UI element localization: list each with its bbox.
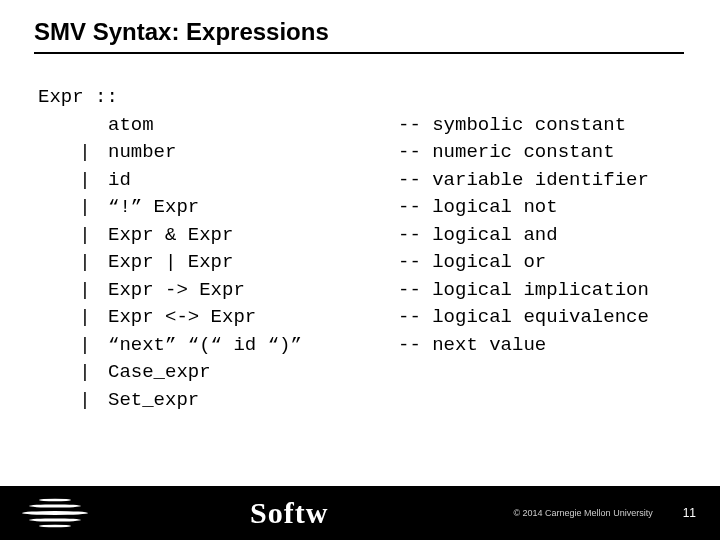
grammar-syntax: id bbox=[108, 167, 398, 195]
grammar-comment: -- logical implication bbox=[398, 277, 649, 305]
grammar-comment: -- logical or bbox=[398, 249, 546, 277]
grammar-comment: -- logical and bbox=[398, 222, 558, 250]
grammar-header: Expr :: bbox=[38, 84, 720, 112]
grammar-syntax: “next” “(“ id “)” bbox=[108, 332, 398, 360]
grammar-bar: | bbox=[38, 139, 108, 167]
grammar-bar: | bbox=[38, 332, 108, 360]
grammar-row: | Expr -> Expr-- logical implication bbox=[38, 277, 720, 305]
grammar-syntax: number bbox=[108, 139, 398, 167]
footer-bar: Softw © 2014 Carnegie Mellon University … bbox=[0, 486, 720, 540]
grammar-bar: | bbox=[38, 194, 108, 222]
grammar-comment: -- symbolic constant bbox=[398, 112, 626, 140]
grammar-syntax: Expr | Expr bbox=[108, 249, 398, 277]
grammar-bar: | bbox=[38, 387, 108, 415]
grammar-syntax: Expr -> Expr bbox=[108, 277, 398, 305]
grammar-bar: | bbox=[38, 249, 108, 277]
grammar-bar: | bbox=[38, 277, 108, 305]
slide: SMV Syntax: Expressions Expr :: atom-- s… bbox=[0, 0, 720, 540]
svg-point-0 bbox=[22, 511, 88, 515]
grammar-rows: atom-- symbolic constant| number-- numer… bbox=[38, 112, 720, 415]
grammar-row: | Expr <-> Expr-- logical equivalence bbox=[38, 304, 720, 332]
grammar-bar: | bbox=[38, 222, 108, 250]
grammar-comment: -- next value bbox=[398, 332, 546, 360]
grammar-row: | number-- numeric constant bbox=[38, 139, 720, 167]
grammar-row: | Expr & Expr-- logical and bbox=[38, 222, 720, 250]
grammar-syntax: Set_expr bbox=[108, 387, 398, 415]
grammar-comment: -- logical equivalence bbox=[398, 304, 649, 332]
grammar-syntax: Expr & Expr bbox=[108, 222, 398, 250]
grammar-row: | “next” “(“ id “)”-- next value bbox=[38, 332, 720, 360]
footer-right: © 2014 Carnegie Mellon University 11 bbox=[513, 506, 720, 520]
footer-copyright: © 2014 Carnegie Mellon University bbox=[513, 508, 652, 518]
svg-point-1 bbox=[29, 504, 81, 507]
footer-brand: Softw bbox=[110, 496, 328, 530]
svg-point-3 bbox=[39, 499, 71, 502]
footer-logo-icon bbox=[0, 496, 110, 530]
grammar-syntax: Expr <-> Expr bbox=[108, 304, 398, 332]
svg-point-4 bbox=[39, 525, 71, 528]
footer-page-number: 11 bbox=[683, 506, 696, 520]
grammar-row: | Case_expr bbox=[38, 359, 720, 387]
grammar-bar: | bbox=[38, 304, 108, 332]
grammar-row: | Set_expr bbox=[38, 387, 720, 415]
grammar-comment: -- logical not bbox=[398, 194, 558, 222]
grammar-comment: -- numeric constant bbox=[398, 139, 615, 167]
grammar-syntax: “!” Expr bbox=[108, 194, 398, 222]
slide-title: SMV Syntax: Expressions bbox=[0, 0, 720, 52]
grammar-block: Expr :: atom-- symbolic constant| number… bbox=[0, 54, 720, 415]
grammar-row: | “!” Expr-- logical not bbox=[38, 194, 720, 222]
grammar-syntax: atom bbox=[108, 112, 398, 140]
grammar-row: atom-- symbolic constant bbox=[38, 112, 720, 140]
grammar-row: | id-- variable identifier bbox=[38, 167, 720, 195]
grammar-syntax: Case_expr bbox=[108, 359, 398, 387]
grammar-bar bbox=[38, 112, 108, 140]
grammar-bar: | bbox=[38, 167, 108, 195]
grammar-bar: | bbox=[38, 359, 108, 387]
svg-point-2 bbox=[29, 518, 81, 521]
grammar-row: | Expr | Expr-- logical or bbox=[38, 249, 720, 277]
grammar-comment: -- variable identifier bbox=[398, 167, 649, 195]
